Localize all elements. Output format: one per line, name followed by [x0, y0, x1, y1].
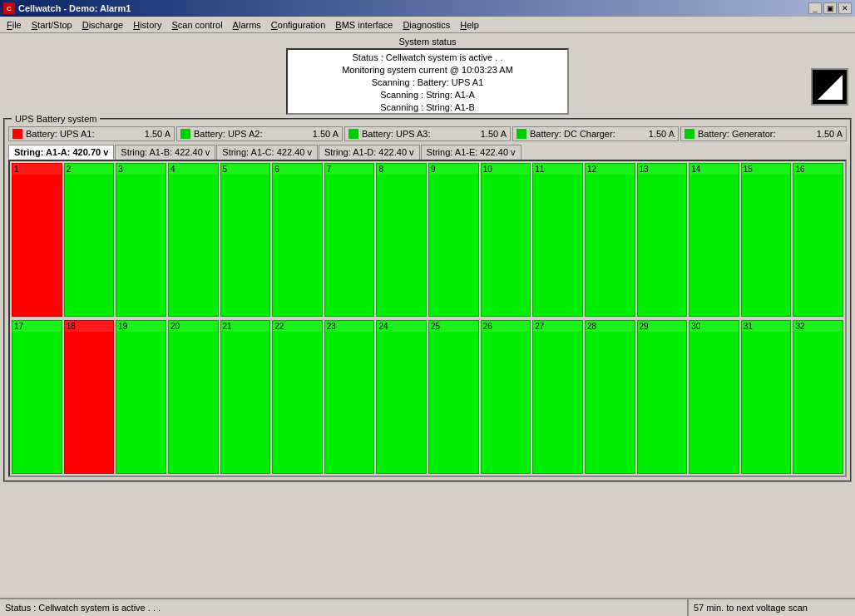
- menu-file[interactable]: File: [2, 18, 27, 32]
- maximize-button[interactable]: ▣: [823, 2, 837, 14]
- cell-number-17: 17: [12, 321, 62, 332]
- window-icon: C: [3, 2, 15, 14]
- battery-item-ups-a1[interactable]: Battery: UPS A1: 1.50 A: [8, 126, 175, 141]
- cell-27[interactable]: 27: [532, 320, 583, 474]
- menu-history[interactable]: History: [128, 18, 166, 32]
- ups-battery-group: UPS Battery system Battery: UPS A1: 1.50…: [3, 118, 852, 482]
- cell-number-6: 6: [273, 164, 322, 175]
- window-title: Cellwatch - Demo: Alarm1: [18, 3, 131, 13]
- cell-2[interactable]: 2: [64, 163, 115, 317]
- cell-number-1: 1: [12, 164, 62, 175]
- cell-20[interactable]: 20: [168, 320, 219, 474]
- cell-9[interactable]: 9: [428, 163, 479, 317]
- cell-19[interactable]: 19: [116, 320, 166, 474]
- cell-number-13: 13: [638, 164, 687, 175]
- cell-10[interactable]: 10: [481, 163, 531, 317]
- cell-number-12: 12: [586, 164, 635, 175]
- cell-number-16: 16: [793, 164, 843, 175]
- status-text-right: 57 min. to next voltage scan: [694, 603, 808, 613]
- cell-7[interactable]: 7: [324, 163, 375, 317]
- cell-15[interactable]: 15: [741, 163, 792, 317]
- cell-26[interactable]: 26: [481, 320, 531, 474]
- cell-22[interactable]: 22: [272, 320, 323, 474]
- cell-4[interactable]: 4: [168, 163, 219, 317]
- system-status-label: System status: [286, 37, 569, 47]
- menu-bms[interactable]: BMS interface: [330, 18, 398, 32]
- cell-5[interactable]: 5: [220, 163, 271, 317]
- status-line-0: Status : Cellwatch system is active . .: [291, 52, 564, 64]
- logo-triangle-icon: [818, 75, 843, 100]
- cell-number-11: 11: [533, 164, 582, 175]
- main-content: System status Status : Cellwatch system …: [0, 33, 855, 598]
- cell-29[interactable]: 29: [637, 320, 688, 474]
- battery-label-ups-a2: Battery: UPS A2:: [194, 129, 263, 139]
- status-line-3: Scanning : String: A1-A: [291, 89, 564, 101]
- tab-string-a1b[interactable]: String: A1-B: 422.40 v: [115, 145, 215, 160]
- battery-row: Battery: UPS A1: 1.50 A Battery: UPS A2:…: [8, 126, 847, 141]
- menu-help[interactable]: Help: [455, 18, 484, 32]
- cell-18[interactable]: 18: [64, 320, 115, 474]
- menu-diagnostics[interactable]: Diagnostics: [398, 18, 455, 32]
- menu-discharge[interactable]: Discharge: [77, 18, 129, 32]
- battery-item-ups-a3[interactable]: Battery: UPS A3: 1.50 A: [344, 126, 511, 141]
- cell-21[interactable]: 21: [220, 320, 271, 474]
- cell-number-4: 4: [169, 164, 218, 175]
- cell-16[interactable]: 16: [793, 163, 843, 317]
- window-controls[interactable]: _ ▣ ✕: [808, 2, 852, 14]
- battery-label-ups-a3: Battery: UPS A3:: [362, 129, 431, 139]
- cell-8[interactable]: 8: [376, 163, 427, 317]
- battery-label-dc: Battery: DC Charger:: [530, 129, 615, 139]
- system-status-container: System status Status : Cellwatch system …: [3, 37, 852, 115]
- cell-32[interactable]: 32: [793, 320, 843, 474]
- cell-number-31: 31: [742, 321, 791, 332]
- cell-number-18: 18: [65, 321, 114, 332]
- close-button[interactable]: ✕: [838, 2, 852, 14]
- tab-string-a1a[interactable]: String: A1-A: 420.70 v: [8, 145, 114, 160]
- tab-string-a1c[interactable]: String: A1-C: 422.40 v: [216, 145, 318, 160]
- menu-startstop[interactable]: Start/Stop: [27, 18, 77, 32]
- cell-30[interactable]: 30: [689, 320, 739, 474]
- string-tabs: String: A1-A: 420.70 v String: A1-B: 422…: [8, 145, 847, 160]
- battery-item-dc-charger[interactable]: Battery: DC Charger: 1.50 A: [512, 126, 679, 141]
- cell-number-15: 15: [742, 164, 791, 175]
- menu-bar: File Start/Stop Discharge History Scan c…: [0, 17, 855, 33]
- title-bar: C Cellwatch - Demo: Alarm1 _ ▣ ✕: [0, 0, 855, 17]
- minimize-button[interactable]: _: [808, 2, 822, 14]
- battery-indicator-green-dc: [516, 129, 526, 139]
- cell-14[interactable]: 14: [689, 163, 739, 317]
- battery-item-ups-a2[interactable]: Battery: UPS A2: 1.50 A: [176, 126, 343, 141]
- cell-number-14: 14: [689, 164, 739, 175]
- cell-23[interactable]: 23: [324, 320, 375, 474]
- battery-label-gen: Battery: Generator:: [698, 129, 776, 139]
- cell-24[interactable]: 24: [376, 320, 427, 474]
- cell-28[interactable]: 28: [585, 320, 635, 474]
- cell-11[interactable]: 11: [532, 163, 583, 317]
- cell-6[interactable]: 6: [272, 163, 323, 317]
- cell-number-7: 7: [325, 164, 374, 175]
- cell-13[interactable]: 13: [637, 163, 688, 317]
- menu-scancontrol[interactable]: Scan control: [166, 18, 227, 32]
- cell-number-27: 27: [533, 321, 582, 332]
- battery-value-ups-a2: 1.50 A: [313, 129, 339, 139]
- tab-string-a1e[interactable]: String: A1-E: 422.40 v: [421, 145, 521, 160]
- cell-grid-row1: 12345678910111213141516: [12, 163, 843, 317]
- cell-17[interactable]: 17: [12, 320, 62, 474]
- status-bar: Status : Cellwatch system is active . . …: [0, 598, 855, 616]
- system-status-wrapper: System status Status : Cellwatch system …: [286, 37, 569, 115]
- menu-configuration[interactable]: Configuration: [266, 18, 330, 32]
- menu-alarms[interactable]: Alarms: [228, 18, 266, 32]
- cell-number-30: 30: [689, 321, 739, 332]
- battery-indicator-green-a3: [348, 129, 358, 139]
- battery-value-gen: 1.50 A: [817, 129, 843, 139]
- cell-25[interactable]: 25: [428, 320, 479, 474]
- cell-12[interactable]: 12: [585, 163, 635, 317]
- tab-string-a1d[interactable]: String: A1-D: 422.40 v: [319, 145, 420, 160]
- cell-number-8: 8: [377, 164, 426, 175]
- cell-number-21: 21: [221, 321, 270, 332]
- cell-1[interactable]: 1: [12, 163, 62, 317]
- cell-number-25: 25: [429, 321, 478, 332]
- system-status-scroll[interactable]: Status : Cellwatch system is active . . …: [288, 50, 567, 113]
- battery-item-generator[interactable]: Battery: Generator: 1.50 A: [680, 126, 847, 141]
- cell-31[interactable]: 31: [741, 320, 792, 474]
- cell-3[interactable]: 3: [116, 163, 166, 317]
